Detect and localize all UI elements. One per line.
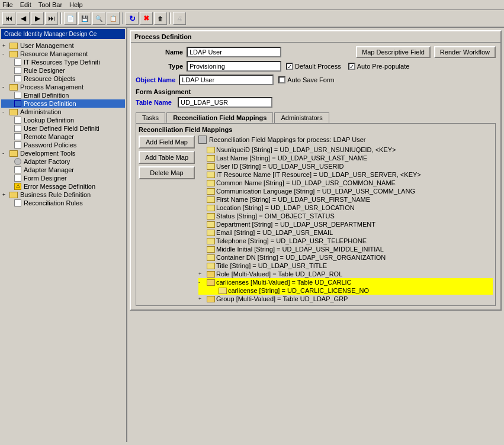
pd-content: Name Map Descriptive Field Render Workfl… [131, 43, 500, 309]
rfm-folder-location [207, 205, 215, 211]
rfm-item-email[interactable]: Email [String] = UD_LDAP_USR_EMAIL [198, 228, 493, 237]
menu-toolbar[interactable]: Tool Bar [38, 1, 62, 8]
menu-edit[interactable]: Edit [20, 1, 31, 8]
rfm-item-middle-initial[interactable]: Middle Initial [String] = UD_LDAP_USR_MI… [198, 245, 493, 253]
default-process-cb[interactable]: ✓ [286, 63, 293, 70]
rfm-item-last-name[interactable]: Last Name [String] = UD_LDAP_USR_LAST_NA… [198, 154, 493, 162]
sidebar-item-pwd-policies[interactable]: Password Policies [1, 141, 125, 149]
sidebar-item-resource-mgmt[interactable]: - Resource Management [1, 50, 125, 58]
sidebar-item-dev-tools[interactable]: - Development Tools [1, 149, 125, 157]
rfm-item-status[interactable]: Status [String] = OIM_OBJECT_STATUS [198, 212, 493, 220]
sidebar-item-form-designer[interactable]: Form Designer [1, 174, 125, 182]
type-row: Type ✓ Default Process ✓ Auto Pre-popula… [136, 61, 496, 72]
menu-help[interactable]: Help [69, 1, 83, 8]
prev-btn[interactable]: ◀ [17, 12, 30, 25]
sidebar-item-adapter-factory[interactable]: Adapter Factory [1, 157, 125, 166]
rfm-item-group[interactable]: + Group [Multi-Valued] = Table UD_LDAP_G… [198, 295, 493, 303]
label-error-msg-def: Error Message Definition [24, 183, 95, 190]
add-table-map-btn[interactable]: Add Table Map [139, 151, 195, 164]
last-btn[interactable]: ⏭ [45, 12, 58, 25]
label-resource-objects: Resource Objects [24, 75, 75, 82]
rfm-folder-title [207, 263, 215, 269]
object-name-input[interactable] [179, 75, 274, 85]
sidebar-item-process-def[interactable]: Process Definition [1, 99, 125, 108]
rfm-item-role[interactable]: + Role [Multi-Valued] = Table UD_LDAP_RO… [198, 270, 493, 278]
form-assignment-title: Form Assignment [136, 88, 496, 95]
rfm-item-carlicense[interactable]: carlicense [String] = UD_CARLIC_LICENSE_… [198, 286, 493, 295]
rfm-item-location[interactable]: Location [String] = UD_LDAP_USR_LOCATION [198, 204, 493, 212]
trash-btn[interactable]: 🗑 [154, 12, 167, 25]
sidebar-item-administration[interactable]: - Administration [1, 108, 125, 116]
rfm-item-nsuniqueid[interactable]: NsuniqueiD [String] = UD_LDAP_USR_NSUNIU… [198, 146, 493, 154]
auto-save-area: Auto Save Form [278, 76, 334, 83]
folder-icon-dev-tools [9, 150, 18, 157]
rfm-item-department[interactable]: Department [String] = UD_LDAP_USR_DEPART… [198, 220, 493, 228]
doc-icon-resource-objects [14, 75, 21, 82]
rfm-folder-comm-lang [207, 188, 215, 195]
toggle-user-mgmt: + [2, 43, 8, 49]
save-btn[interactable]: 💾 [78, 12, 91, 25]
toggle-dev-tools: - [2, 150, 8, 156]
sidebar-item-user-mgmt[interactable]: + User Management [1, 41, 125, 50]
rfm-folder-telephone [207, 238, 215, 244]
rfm-item-container-dn[interactable]: Container DN [String] = UD_LDAP_USR_ORGA… [198, 253, 493, 262]
sidebar-item-resource-objects[interactable]: Resource Objects [1, 75, 125, 83]
process-definition-panel: Process Definition Name Map Descriptive … [130, 30, 502, 311]
add-field-map-btn[interactable]: Add Field Map [139, 136, 195, 149]
print-btn[interactable]: 🖨 [173, 12, 186, 25]
auto-save-cb[interactable] [278, 76, 285, 83]
doc-icon-recon-rules [14, 199, 21, 207]
label-remote-mgr: Remote Manager [24, 133, 74, 140]
next-btn[interactable]: ▶ [31, 12, 44, 25]
auto-pre-pop-cb[interactable]: ✓ [348, 63, 355, 70]
rfm-item-carlicenses[interactable]: - carlicenses [Multi-Valued] = Table UD_… [198, 278, 493, 286]
sidebar-item-it-resources[interactable]: IT Resources Type Definiti [1, 58, 125, 66]
sidebar-item-business-rule[interactable]: + Business Rule Definition [1, 191, 125, 199]
warning-icon-error-msg: ⚠ [14, 183, 21, 190]
map-desc-btn[interactable]: Map Descriptive Field [356, 46, 431, 58]
auto-save-label: Auto Save Form [287, 76, 334, 83]
rfm-item-telephone[interactable]: Telephone [String] = UD_LDAP_USR_TELEPHO… [198, 237, 493, 245]
folder-icon-business-rule [9, 192, 18, 198]
sidebar-item-error-msg-def[interactable]: ⚠ Error Message Definition [1, 182, 125, 191]
rfm-folder-email [207, 230, 215, 236]
oim-header: Oracle Identity Manager Design Ce [1, 29, 125, 39]
tab-tasks[interactable]: Tasks [136, 112, 165, 123]
copy-btn[interactable]: 📋 [107, 12, 120, 25]
rfm-item-comm-lang[interactable]: Communication Language [String] = UD_LDA… [198, 187, 493, 195]
first-btn[interactable]: ⏮ [2, 12, 15, 25]
tab-content: Reconciliation Field Mappings Add Field … [136, 123, 496, 306]
folder-icon-administration [9, 109, 18, 115]
name-input[interactable] [187, 47, 281, 57]
rfm-item-it-resource[interactable]: IT Resource Name [IT Resource] = UD_LDAP… [198, 170, 493, 179]
folder-icon-user-mgmt [9, 43, 18, 49]
rfm-item-title[interactable]: Title [String] = UD_LDAP_USR_TITLE [198, 262, 493, 270]
doc-icon-user-field-def [14, 125, 21, 132]
sidebar-item-adapter-mgr[interactable]: Adapter Manager [1, 166, 125, 174]
rfm-folder-nsuniqueid [207, 147, 215, 153]
sidebar-item-rule-designer[interactable]: Rule Designer [1, 66, 125, 75]
rfm-item-first-name[interactable]: First Name [String] = UD_LDAP_USR_FIRST_… [198, 195, 493, 204]
tab-recon-field-mappings[interactable]: Reconciliation Field Mappings [166, 112, 273, 123]
tab-administrators[interactable]: Administrators [274, 112, 329, 123]
delete-map-btn[interactable]: Delete Map [139, 166, 195, 179]
new-btn[interactable]: 📄 [64, 12, 77, 25]
table-name-input[interactable] [178, 97, 272, 108]
delete-btn[interactable]: ✖ [140, 12, 153, 25]
sidebar-item-recon-rules[interactable]: Reconciliation Rules [1, 199, 125, 207]
label-adapter-mgr: Adapter Manager [24, 166, 74, 173]
rfm-item-common-name[interactable]: Common Name [String] = UD_LDAP_USR_COMMO… [198, 179, 493, 187]
sidebar-item-user-field-def[interactable]: User Defined Field Definiti [1, 124, 125, 133]
type-input[interactable] [187, 61, 281, 72]
refresh-btn[interactable]: ↻ [126, 12, 139, 25]
label-user-field-def: User Defined Field Definiti [24, 125, 99, 132]
sidebar-item-email-def[interactable]: Email Definition [1, 91, 125, 99]
doc-icon-process-def [14, 100, 21, 107]
sidebar-item-lookup-def[interactable]: Lookup Definition [1, 116, 125, 124]
menu-file[interactable]: File [2, 1, 13, 8]
sidebar-item-process-mgmt[interactable]: - Process Management [1, 83, 125, 91]
find-btn[interactable]: 🔍 [92, 12, 105, 25]
sidebar-item-remote-mgr[interactable]: Remote Manager [1, 133, 125, 141]
render-workflow-btn[interactable]: Render Workflow [434, 46, 496, 58]
rfm-item-user-id[interactable]: User ID [String] = UD_LDAP_USR_USERID [198, 162, 493, 170]
